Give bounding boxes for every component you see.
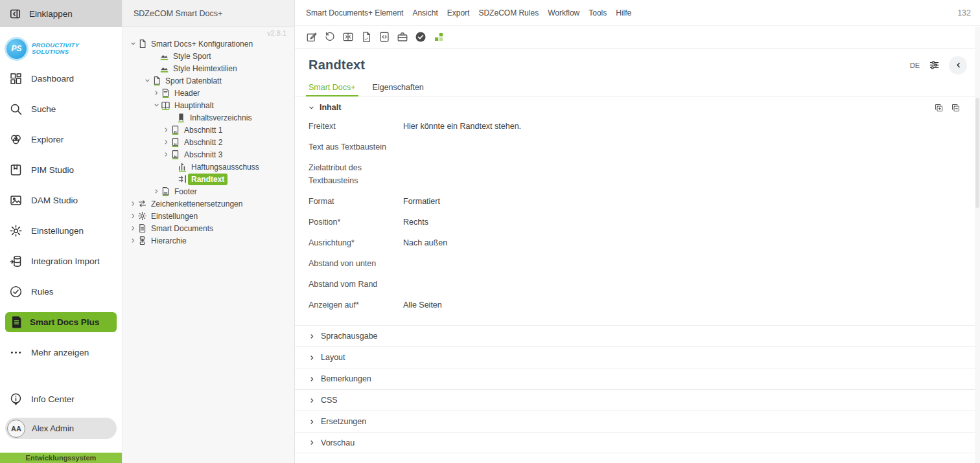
tree-item-smart-documents[interactable]: Smart Documents <box>122 222 294 234</box>
tree-item-style-sport[interactable]: Style Sport <box>122 50 294 62</box>
tree-item-header[interactable]: Header <box>122 87 294 99</box>
toolbar-button-page-preview-icon[interactable] <box>342 31 354 43</box>
chevron-right-icon[interactable] <box>129 237 137 244</box>
tree-expander[interactable] <box>169 175 178 183</box>
field-row-zielattribut-des-textbausteins[interactable]: Zielattribut des Textbausteins <box>295 161 980 187</box>
toolbar-button-code-file-icon[interactable] <box>379 31 390 43</box>
field-value[interactable]: Formatiert <box>403 195 440 208</box>
chevron-right-icon[interactable] <box>162 151 170 158</box>
field-row-freitext[interactable]: Freitext Hier könnte ein Randtext stehen… <box>295 120 980 133</box>
tree-expander[interactable] <box>169 163 178 170</box>
tree-item-label: Hierarchie <box>148 235 190 247</box>
section-header-bemerkungen[interactable]: Bemerkungen <box>295 368 980 389</box>
field-value[interactable]: Hier könnte ein Randtext stehen. <box>403 120 521 133</box>
sidebar-item-explorer[interactable]: Explorer <box>0 124 122 155</box>
tab-smart-docsplus[interactable]: Smart Docs+ <box>307 79 357 96</box>
check-circle-filled-icon <box>415 31 426 43</box>
section-header-layout[interactable]: Layout <box>295 346 980 368</box>
chevron-right-icon[interactable] <box>129 225 137 232</box>
field-row-position[interactable]: Position* Rechts <box>295 216 980 229</box>
menu-item-ansicht[interactable]: Ansicht <box>412 8 438 17</box>
menu-item-hilfe[interactable]: Hilfe <box>616 8 631 17</box>
section-header-css[interactable]: CSS <box>295 389 980 411</box>
field-row-text-aus-textbaustein[interactable]: Text aus Textbaustein <box>295 141 980 153</box>
main-panel: Smart Documents+ Element Ansicht Export … <box>295 0 980 463</box>
field-value[interactable]: Nach außen <box>403 236 447 249</box>
tree-item-hauptinhalt[interactable]: Hauptinhalt <box>122 99 294 111</box>
chevron-down-icon[interactable] <box>129 40 137 47</box>
menu-item-smart-documentsplus-element[interactable]: Smart Documents+ Element <box>306 8 403 17</box>
sidebar-item-dam-studio[interactable]: DAM Studio <box>0 185 122 216</box>
tree-item-abschnitt-3[interactable]: Abschnitt 3 <box>122 148 294 161</box>
field-row-abstand-von-unten[interactable]: Abstand von unten <box>295 257 980 270</box>
language-indicator[interactable]: DE <box>910 62 920 69</box>
tree-item-abschnitt-2[interactable]: Abschnitt 2 <box>122 136 294 148</box>
tab-bar: Smart Docs+ Eigenschaften <box>295 79 980 96</box>
tree-item-haftungsausschuss[interactable]: Haftungsausschuss <box>122 161 294 173</box>
sidebar-item-suche[interactable]: Suche <box>0 94 122 124</box>
user-menu[interactable]: AA Alex Admin <box>5 418 117 439</box>
tree-expander[interactable] <box>151 52 159 60</box>
sidebar-item-rules[interactable]: Rules <box>0 277 122 307</box>
tree-item-randtext[interactable]: Randtext <box>122 173 294 185</box>
toolbar-button-edit-icon[interactable] <box>306 31 318 43</box>
field-value[interactable]: Alle Seiten <box>403 299 442 311</box>
toolbar-button-pdf-export-icon[interactable] <box>360 31 372 43</box>
section-header-inhalt[interactable]: Inhalt <box>295 96 980 119</box>
section-header-ersetzungen[interactable]: Ersetzungen <box>295 411 980 432</box>
menu-item-tools[interactable]: Tools <box>589 8 607 17</box>
scrollbar[interactable] <box>975 27 980 463</box>
sidebar-item-dashboard[interactable]: Dashboard <box>0 63 122 94</box>
tree-expander[interactable] <box>151 65 159 72</box>
toolbar-button-refresh-icon[interactable] <box>324 31 336 43</box>
chevron-right-icon[interactable] <box>162 139 170 146</box>
tab-eigenschaften[interactable]: Eigenschaften <box>371 79 425 96</box>
menu-item-export[interactable]: Export <box>447 8 470 17</box>
collapse-all-icon[interactable] <box>951 103 961 113</box>
field-row-ausrichtung[interactable]: Ausrichtung* Nach außen <box>295 236 980 249</box>
sidebar-item-mehr-anzeigen[interactable]: Mehr anzeigen <box>0 337 122 368</box>
tree-item-smart-docsplus-konfigurationen[interactable]: Smart Docs+ Konfigurationen <box>122 38 294 50</box>
tree-expander[interactable] <box>168 114 176 121</box>
collapse-sidebar-button[interactable]: Einklappen <box>0 0 122 27</box>
sliders-icon[interactable] <box>929 60 940 71</box>
tree-item-hierarchie[interactable]: Hierarchie <box>122 234 294 247</box>
sidebar-item-label: Info Center <box>31 394 75 404</box>
collapse-detail-button[interactable] <box>949 56 967 74</box>
chevron-down-icon[interactable] <box>143 77 152 84</box>
chevron-right-icon[interactable] <box>162 126 170 133</box>
chevron-down-icon[interactable] <box>152 102 161 109</box>
sidebar-item-einstellungen[interactable]: Einstellungen <box>0 216 122 246</box>
tree-item-label: Abschnitt 2 <box>181 137 226 148</box>
section-header-vorschau[interactable]: Vorschau <box>295 432 980 453</box>
section-header-sprachausgabe[interactable]: Sprachausgabe <box>295 325 980 346</box>
toolbar-button-structure-icon[interactable] <box>433 31 445 43</box>
app-logo[interactable]: PS PRODUCTIVITY SOLUTIONS <box>6 35 122 62</box>
field-label: Anzeigen auf* <box>309 299 403 311</box>
toolbar-button-check-circle-filled-icon[interactable] <box>415 31 426 43</box>
tree-item-footer[interactable]: Footer <box>122 185 294 198</box>
chevron-right-icon[interactable] <box>152 89 161 96</box>
tree-item-einstellungen[interactable]: Einstellungen <box>122 210 294 222</box>
menu-item-sdzecom-rules[interactable]: SDZeCOM Rules <box>478 8 539 17</box>
field-row-anzeigen-auf[interactable]: Anzeigen auf* Alle Seiten <box>295 299 980 311</box>
tree-item-inhaltsverzeichnis[interactable]: Inhaltsverzeichnis <box>122 111 294 124</box>
field-value[interactable]: Rechts <box>403 216 428 229</box>
sidebar-item-integration-import[interactable]: Integration Import <box>0 246 122 277</box>
tree-item-zeichenkettenersetzungen[interactable]: Zeichenkettenersetzungen <box>122 198 294 210</box>
expand-all-icon[interactable] <box>934 103 944 113</box>
chevron-right-icon[interactable] <box>152 188 161 195</box>
tree-item-abschnitt-1[interactable]: Abschnitt 1 <box>122 124 294 136</box>
scrollbar-thumb[interactable] <box>975 98 979 208</box>
sidebar-item-pim-studio[interactable]: PIM Studio <box>0 155 122 185</box>
chevron-right-icon[interactable] <box>129 200 137 207</box>
field-row-abstand-vom-rand[interactable]: Abstand vom Rand <box>295 278 980 291</box>
menu-item-workflow[interactable]: Workflow <box>548 8 579 17</box>
sidebar-item-info-center[interactable]: Info Center <box>0 384 122 414</box>
field-row-format[interactable]: Format Formatiert <box>295 195 980 208</box>
tree-item-sport-datenblatt[interactable]: Sport Datenblatt <box>122 74 294 87</box>
tree-item-style-heimtextilien[interactable]: Style Heimtextilien <box>122 62 294 74</box>
sidebar-item-smart-docs-plus[interactable]: Smart Docs Plus <box>5 312 117 332</box>
toolbar-button-briefcase-icon[interactable] <box>397 31 408 43</box>
chevron-right-icon[interactable] <box>129 212 137 220</box>
